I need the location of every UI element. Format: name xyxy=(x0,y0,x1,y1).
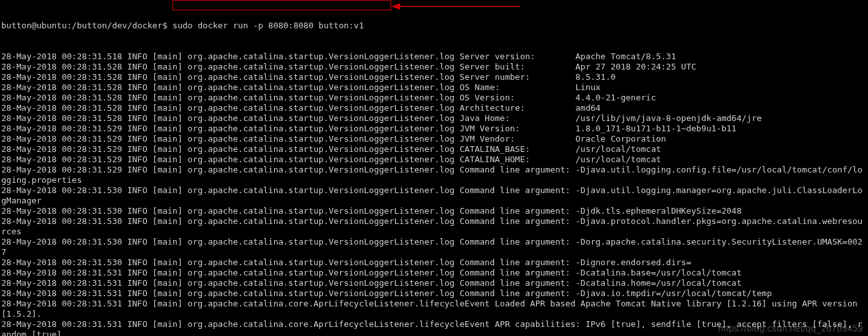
log-line: 28-May-2018 00:28:31.528 INFO [main] org… xyxy=(1,113,867,124)
log-line: 28-May-2018 00:28:31.531 INFO [main] org… xyxy=(1,299,867,319)
log-line: 28-May-2018 00:28:31.529 INFO [main] org… xyxy=(1,144,867,154)
watermark: https://blog.csdn.net/qq_26709459 xyxy=(718,323,863,333)
log-line: 28-May-2018 00:28:31.530 INFO [main] org… xyxy=(1,257,867,268)
command-line: button@ubuntu:/button/dev/docker$ sudo d… xyxy=(1,21,867,31)
log-block: 28-May-2018 00:28:31.518 INFO [main] org… xyxy=(1,51,867,336)
log-line: 28-May-2018 00:28:31.531 INFO [main] org… xyxy=(1,288,867,299)
log-line: 28-May-2018 00:28:31.528 INFO [main] org… xyxy=(1,93,867,103)
log-line: 28-May-2018 00:28:31.529 INFO [main] org… xyxy=(1,165,867,185)
log-line: 28-May-2018 00:28:31.529 INFO [main] org… xyxy=(1,124,867,134)
log-line: 28-May-2018 00:28:31.529 INFO [main] org… xyxy=(1,154,867,165)
log-line: 28-May-2018 00:28:31.528 INFO [main] org… xyxy=(1,72,867,82)
log-line: 28-May-2018 00:28:31.518 INFO [main] org… xyxy=(1,51,867,62)
log-line: 28-May-2018 00:28:31.531 INFO [main] org… xyxy=(1,268,867,278)
log-line: 28-May-2018 00:28:31.529 INFO [main] org… xyxy=(1,134,867,144)
log-line: 28-May-2018 00:28:31.528 INFO [main] org… xyxy=(1,82,867,93)
shell-prompt: button@ubuntu:/button/dev/docker$ xyxy=(1,21,172,30)
log-line: 28-May-2018 00:28:31.530 INFO [main] org… xyxy=(1,206,867,216)
log-line: 28-May-2018 00:28:31.530 INFO [main] org… xyxy=(1,237,867,257)
terminal-output[interactable]: button@ubuntu:/button/dev/docker$ sudo d… xyxy=(0,0,868,336)
log-line: 28-May-2018 00:28:31.528 INFO [main] org… xyxy=(1,103,867,113)
log-line: 28-May-2018 00:28:31.531 INFO [main] org… xyxy=(1,278,867,288)
log-line: 28-May-2018 00:28:31.528 INFO [main] org… xyxy=(1,62,867,72)
log-line: 28-May-2018 00:28:31.530 INFO [main] org… xyxy=(1,216,867,237)
command-text: sudo docker run -p 8080:8080 button:v1 xyxy=(172,21,364,30)
log-line: 28-May-2018 00:28:31.530 INFO [main] org… xyxy=(1,185,867,206)
